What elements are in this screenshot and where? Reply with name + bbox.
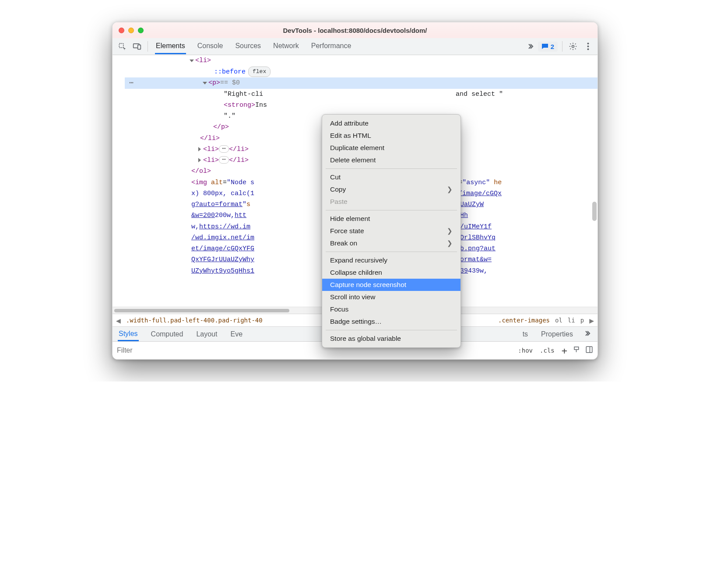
context-menu-label: Force state [330,227,364,235]
context-menu-item[interactable]: Expand recursively [322,254,460,266]
collapsed-ellipsis-icon[interactable]: ⋯ [219,156,229,164]
context-menu-item[interactable]: Copy❯ [322,183,460,196]
context-menu-label: Focus [330,305,348,313]
tab-elements[interactable]: Elements [155,38,186,54]
submenu-chevron-icon: ❯ [447,186,453,193]
expand-toggle-icon[interactable] [198,147,201,151]
context-menu-label: Capture node screenshot [330,281,406,289]
context-menu-separator [326,330,457,330]
styles-tab-event-truncated[interactable]: Eve [229,328,243,340]
tab-sources[interactable]: Sources [234,38,262,54]
svg-rect-2 [138,45,141,49]
context-menu-label: Duplicate element [330,144,384,152]
breadcrumb-item[interactable]: ol [555,317,562,324]
breadcrumb-item[interactable]: .width-full.pad-left-400.pad-right-40 [126,317,263,324]
submenu-chevron-icon: ❯ [447,227,453,235]
toolbar-separator [562,41,562,52]
flex-badge[interactable]: flex [248,66,271,77]
more-tabs-button[interactable] [528,43,535,50]
styles-tab-styles[interactable]: Styles [118,327,139,341]
context-menu-item[interactable]: Duplicate element [322,142,460,154]
breadcrumb-item[interactable]: p [580,317,584,324]
svg-point-5 [587,46,589,47]
context-menu-label: Scroll into view [330,293,375,301]
vertical-scrollbar-thumb[interactable] [592,202,597,221]
settings-icon[interactable] [567,40,579,52]
context-menu-label: Delete element [330,156,376,164]
context-menu-item[interactable]: Store as global variable [322,332,460,345]
inspect-element-icon[interactable] [116,40,128,52]
context-menu-item[interactable]: Collapse children [322,266,460,279]
styles-tab-properties[interactable]: Properties [540,328,574,340]
styles-tab-ts-truncated[interactable]: ts [522,328,529,340]
issues-count: 2 [551,43,554,50]
context-menu-separator [326,210,457,210]
context-menu-item[interactable]: Hide element [322,213,460,225]
device-toolbar-icon[interactable] [131,40,143,52]
context-menu-item[interactable]: Break on❯ [322,237,460,249]
breadcrumb-item[interactable]: .center-images [498,317,550,324]
context-menu-item[interactable]: Focus [322,303,460,315]
dom-node-strong[interactable]: <strong>Ins [125,100,598,111]
issues-icon [541,43,548,49]
breadcrumb-scroll-right-icon[interactable]: ▶ [589,316,594,325]
computed-styles-sidebar-icon[interactable] [585,346,593,355]
expand-toggle-icon[interactable] [203,82,207,84]
dom-context-menu: Add attributeEdit as HTMLDuplicate eleme… [322,114,461,348]
context-menu-label: Copy [330,186,346,193]
svg-rect-0 [119,43,123,48]
tab-console[interactable]: Console [197,38,224,54]
context-menu-label: Add attribute [330,119,369,127]
svg-rect-7 [586,346,592,353]
context-menu-item[interactable]: Add attribute [322,117,460,130]
context-menu-item[interactable]: Force state❯ [322,225,460,237]
devtools-toolbar: Elements Console Sources Network Perform… [112,38,598,55]
window-titlebar: DevTools - localhost:8080/docs/devtools/… [112,22,598,38]
toggle-hover-button[interactable]: :hov [517,346,534,355]
context-menu-label: Break on [330,239,357,247]
context-menu-label: Store as global variable [330,335,401,343]
toolbar-separator [148,41,148,52]
svg-point-3 [572,46,574,48]
context-menu-item[interactable]: Delete element [322,154,460,166]
tab-performance[interactable]: Performance [310,38,352,54]
paint-flashing-icon[interactable] [573,346,581,355]
breadcrumb-item[interactable]: li [568,317,575,324]
expand-toggle-icon[interactable] [190,60,194,62]
panel-tabs: Elements Console Sources Network Perform… [155,38,352,54]
context-menu-separator [326,168,457,169]
context-menu-label: Expand recursively [330,256,387,264]
dom-node-p-selected[interactable]: <p> == $0 [125,77,598,88]
toggle-classes-button[interactable]: .cls [538,346,556,355]
context-menu-label: Collapse children [330,269,382,276]
context-menu-label: Hide element [330,215,370,223]
dom-node-li[interactable]: <li> [125,55,598,66]
more-tabs-icon[interactable] [585,330,592,339]
window-title: DevTools - localhost:8080/docs/devtools/… [112,27,598,34]
context-menu-label: Badge settings… [330,318,382,326]
svg-point-4 [587,43,589,45]
styles-tab-layout[interactable]: Layout [195,328,218,340]
context-menu-item[interactable]: Cut [322,171,460,183]
context-menu-item[interactable]: Scroll into view [322,291,460,303]
context-menu-item[interactable]: Capture node screenshot [322,279,460,291]
svg-point-6 [587,49,589,50]
submenu-chevron-icon: ❯ [447,239,453,247]
styles-tab-computed[interactable]: Computed [150,328,184,340]
collapsed-ellipsis-icon[interactable]: ⋯ [219,145,229,153]
context-menu-label: Cut [330,173,341,181]
breadcrumb-scroll-left-icon[interactable]: ◀ [116,316,121,325]
context-menu-item[interactable]: Edit as HTML [322,130,460,142]
dom-pseudo-before[interactable]: ::before flex [125,66,598,77]
issues-button[interactable]: 2 [538,42,558,52]
context-menu-label: Edit as HTML [330,132,371,140]
new-style-rule-icon[interactable]: + [560,344,569,357]
context-menu-item[interactable]: Badge settings… [322,315,460,328]
context-menu-item: Paste [322,196,460,208]
tab-network[interactable]: Network [272,38,300,54]
dom-text-node[interactable]: "Right-cli and select " [125,89,598,100]
horizontal-scrollbar-thumb[interactable] [114,309,289,312]
devtools-window: DevTools - localhost:8080/docs/devtools/… [112,22,598,360]
expand-toggle-icon[interactable] [198,158,201,162]
more-options-icon[interactable] [582,40,594,52]
